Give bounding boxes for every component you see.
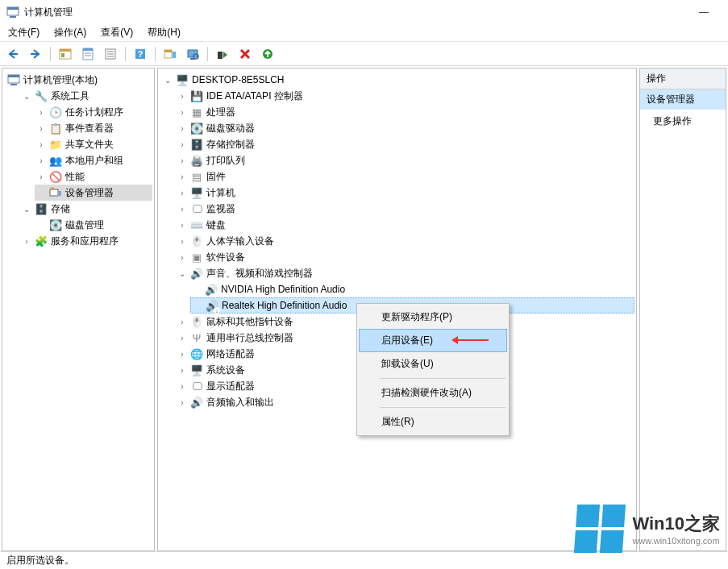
tree-label: 计算机 xyxy=(206,186,235,200)
expand-icon[interactable]: › xyxy=(177,172,187,181)
minimize-button[interactable]: — xyxy=(686,0,722,24)
expand-icon[interactable]: › xyxy=(36,172,46,181)
enable-device-button[interactable] xyxy=(213,44,232,64)
services-icon: 🧩 xyxy=(35,235,48,247)
expand-icon[interactable]: › xyxy=(177,365,187,375)
title-bar: 计算机管理 — xyxy=(0,0,728,24)
tree-event-viewer[interactable]: ›📋事件查看器 xyxy=(35,120,152,136)
tree-label: 监视器 xyxy=(206,202,235,216)
expand-icon[interactable]: › xyxy=(177,156,187,165)
expand-icon[interactable]: › xyxy=(177,188,187,197)
network-icon: 🌐 xyxy=(190,347,203,360)
expand-icon[interactable]: › xyxy=(177,220,187,230)
cat-computer[interactable]: ›🖥️计算机 xyxy=(176,185,634,201)
uninstall-device-button[interactable] xyxy=(235,44,255,64)
cat-storage-controller[interactable]: ›🗄️存储控制器 xyxy=(176,136,634,152)
ctx-enable-device[interactable]: 启用设备(E) xyxy=(359,329,507,352)
expand-icon[interactable]: › xyxy=(177,123,187,133)
tree-device-manager[interactable]: ·设备管理器 xyxy=(35,185,152,201)
scan-hardware-button[interactable] xyxy=(183,44,202,64)
tree-task-scheduler[interactable]: ›🕒任务计划程序 xyxy=(35,104,152,120)
expand-icon[interactable]: › xyxy=(177,91,187,101)
svg-point-31 xyxy=(51,187,54,190)
ctx-label: 卸载设备(U) xyxy=(381,358,434,369)
cat-keyboard[interactable]: ›⌨️键盘 xyxy=(176,217,634,233)
ctx-update-driver[interactable]: 更新驱动程序(P) xyxy=(359,305,507,329)
ctx-properties[interactable]: 属性(R) xyxy=(359,410,507,434)
cat-hid[interactable]: ›🖱️人体学输入设备 xyxy=(176,233,634,249)
actions-more[interactable]: 更多操作 xyxy=(640,110,726,133)
firmware-icon: ▤ xyxy=(190,170,203,183)
dev-nvidia-hda[interactable]: ·🔊NVIDIA High Definition Audio xyxy=(190,281,634,297)
tree-system-tools[interactable]: ⌄ 🔧 系统工具 xyxy=(20,88,152,104)
forward-button[interactable] xyxy=(26,44,45,64)
tree-label: 打印队列 xyxy=(206,154,245,168)
tree-performance[interactable]: ›🚫性能 xyxy=(35,168,152,185)
help-button[interactable]: ? xyxy=(131,44,150,64)
properties-button[interactable] xyxy=(78,44,98,64)
cat-monitor[interactable]: ›🖵监视器 xyxy=(176,201,634,217)
expand-icon[interactable]: › xyxy=(36,139,46,149)
tree-disk-management[interactable]: ·💽磁盘管理 xyxy=(35,217,152,233)
tree-shared-folders[interactable]: ›📁共享文件夹 xyxy=(35,136,152,152)
disk-management-icon: 💽 xyxy=(49,218,62,231)
device-root[interactable]: ⌄ 🖥️ DESKTOP-8E5SLCH xyxy=(161,72,634,88)
event-viewer-icon: 📋 xyxy=(49,122,62,135)
status-bar: 启用所选设备。 xyxy=(0,551,728,569)
expand-icon[interactable]: › xyxy=(36,156,46,165)
cat-software-devices[interactable]: ›▣软件设备 xyxy=(176,249,634,265)
tree-label: 共享文件夹 xyxy=(65,138,114,152)
cat-print-queue[interactable]: ›🖨️打印队列 xyxy=(176,152,634,168)
menu-help[interactable]: 帮助(H) xyxy=(144,24,184,41)
annotation-arrow xyxy=(456,336,497,344)
expand-icon[interactable]: › xyxy=(36,107,46,117)
tree-label: 软件设备 xyxy=(206,251,245,264)
tree-label: DESKTOP-8E5SLCH xyxy=(192,74,285,85)
expand-collapse-icon[interactable]: ⌄ xyxy=(22,204,31,214)
expand-icon[interactable]: › xyxy=(177,397,187,407)
menu-view[interactable]: 查看(V) xyxy=(98,24,136,41)
expand-icon[interactable]: › xyxy=(177,204,187,214)
expand-icon[interactable]: › xyxy=(22,236,31,246)
update-driver-button[interactable] xyxy=(258,44,277,64)
monitor-icon: 🖵 xyxy=(190,202,203,215)
cat-sound[interactable]: ⌄🔊声音、视频和游戏控制器 xyxy=(176,265,634,281)
export-list-button[interactable] xyxy=(101,44,120,64)
actions-panel: 操作 设备管理器 更多操作 xyxy=(639,68,726,551)
ctx-scan-hardware[interactable]: 扫描检测硬件改动(A) xyxy=(359,381,507,405)
expand-icon[interactable]: › xyxy=(177,107,187,117)
ctx-uninstall-device[interactable]: 卸载设备(U) xyxy=(359,352,507,376)
audio-io-icon: 🔊 xyxy=(190,396,203,409)
tree-storage[interactable]: ⌄ 🗄️ 存储 xyxy=(20,201,152,217)
cat-ide[interactable]: ›💾IDE ATA/ATAPI 控制器 xyxy=(176,88,634,104)
tree-local-users[interactable]: ›👥本地用户和组 xyxy=(35,152,152,168)
svg-text:?: ? xyxy=(138,49,144,59)
expand-icon[interactable]: › xyxy=(177,333,187,343)
expand-icon[interactable]: › xyxy=(177,317,187,326)
expand-icon[interactable]: › xyxy=(36,123,46,133)
expand-collapse-icon[interactable]: ⌄ xyxy=(163,75,173,85)
expand-icon[interactable]: › xyxy=(177,139,187,149)
menu-action[interactable]: 操作(A) xyxy=(51,24,89,41)
expand-icon[interactable]: › xyxy=(177,349,187,359)
tree-services-apps[interactable]: › 🧩 服务和应用程序 xyxy=(20,233,152,249)
tree-root-computer-management[interactable]: 计算机管理(本地) xyxy=(6,72,152,88)
tree-label: 磁盘管理 xyxy=(65,218,104,232)
back-button[interactable] xyxy=(3,44,23,64)
cat-firmware[interactable]: ›▤固件 xyxy=(176,168,634,185)
expand-icon[interactable]: › xyxy=(177,236,187,246)
expand-collapse-icon[interactable]: ⌄ xyxy=(22,91,31,101)
expand-icon[interactable]: › xyxy=(177,252,187,262)
expand-icon[interactable]: › xyxy=(177,381,187,391)
title-text: 计算机管理 xyxy=(24,6,686,19)
tree-label: 磁盘驱动器 xyxy=(206,122,255,135)
view-devices-button[interactable] xyxy=(160,44,180,64)
cat-disk[interactable]: ›💽磁盘驱动器 xyxy=(176,120,634,136)
tree-label: 固件 xyxy=(206,170,226,184)
cat-cpu[interactable]: ›▦处理器 xyxy=(176,104,634,120)
menu-file[interactable]: 文件(F) xyxy=(5,24,43,41)
actions-selected-node[interactable]: 设备管理器 xyxy=(640,89,726,110)
tree-label: 网络适配器 xyxy=(206,347,255,361)
expand-collapse-icon[interactable]: ⌄ xyxy=(177,268,187,278)
show-hide-tree-button[interactable] xyxy=(56,44,75,64)
